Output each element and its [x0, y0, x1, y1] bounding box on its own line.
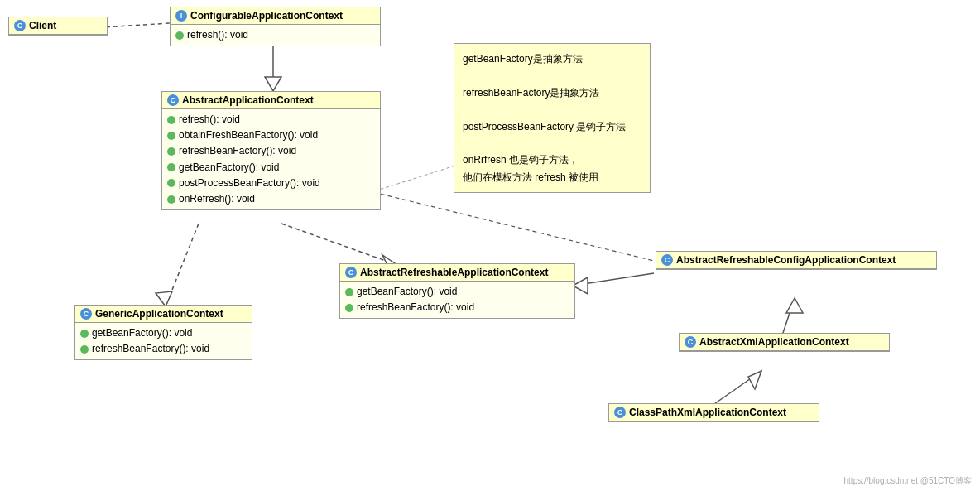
abstract-refreshable-class: C AbstractRefreshableApplicationContext … [339, 263, 575, 319]
dot9 [80, 330, 89, 338]
generic-context-header: C GenericApplicationContext [75, 306, 252, 323]
method-refresh-bean3: refreshBeanFactory(): void [80, 341, 247, 357]
configurable-context-body: refresh(): void [171, 25, 380, 46]
svg-line-8 [573, 273, 654, 286]
svg-marker-3 [265, 77, 281, 91]
svg-line-4 [281, 224, 397, 265]
abstract-app-context-class: C AbstractApplicationContext refresh(): … [161, 91, 381, 210]
method-refresh-bean: refreshBeanFactory(): void [167, 143, 375, 159]
svg-marker-11 [786, 298, 803, 313]
client-header: C Client [9, 17, 107, 35]
method-post-process: postProcessBeanFactory(): void [167, 176, 375, 191]
abstract-xml-name: AbstractXmlApplicationContext [699, 336, 849, 348]
abstract-refreshable-config-class: C AbstractRefreshableConfigApplicationCo… [656, 251, 937, 270]
method-obtain: obtainFreshBeanFactory(): void [167, 128, 375, 143]
svg-line-6 [166, 224, 199, 306]
svg-line-10 [782, 298, 795, 335]
dot8 [345, 304, 353, 312]
configurable-context-name: ConfigurableApplicationContext [190, 10, 343, 22]
abstract-xml-icon: C [685, 336, 696, 348]
client-class: C Client [8, 17, 108, 36]
method-get-bean3: getBeanFactory(): void [80, 325, 247, 341]
generic-context-class: C GenericApplicationContext getBeanFacto… [74, 305, 252, 360]
generic-context-name: GenericApplicationContext [95, 308, 223, 320]
abstract-refreshable-config-icon: C [661, 254, 673, 266]
client-name: Client [29, 20, 56, 31]
method-refresh: refresh(): void [175, 27, 375, 43]
abstract-app-context-body: refresh(): void obtainFreshBeanFactory()… [162, 109, 380, 209]
classpath-xml-class: C ClassPathXmlApplicationContext [608, 403, 819, 422]
method-refresh2: refresh(): void [167, 112, 375, 128]
generic-context-icon: C [80, 308, 92, 320]
abstract-refreshable-icon: C [345, 267, 357, 278]
svg-line-15 [377, 166, 455, 190]
method-dot [175, 31, 184, 40]
abstract-refreshable-body: getBeanFactory(): void refreshBeanFactor… [340, 282, 574, 318]
watermark: https://blog.csdn.net @51CTO博客 [844, 475, 972, 487]
classpath-xml-icon: C [614, 407, 626, 418]
note-line3: postProcessBeanFactory 是钩子方法 [463, 118, 641, 135]
dot10 [80, 345, 89, 354]
dot1 [167, 116, 175, 124]
abstract-app-context-icon: C [167, 94, 179, 106]
method-refresh-bean2: refreshBeanFactory(): void [345, 300, 569, 315]
abstract-app-context-name: AbstractApplicationContext [182, 94, 314, 106]
configurable-context-class: I ConfigurableApplicationContext refresh… [170, 7, 381, 46]
classpath-xml-header: C ClassPathXmlApplicationContext [609, 404, 819, 421]
dot7 [345, 288, 353, 296]
abstract-refreshable-config-name: AbstractRefreshableConfigApplicationCont… [676, 254, 896, 266]
configurable-context-icon: I [175, 10, 187, 22]
abstract-refreshable-name: AbstractRefreshableApplicationContext [360, 267, 548, 278]
abstract-xml-class: C AbstractXmlApplicationContext [679, 333, 890, 352]
note-line2: refreshBeanFactory是抽象方法 [463, 84, 641, 101]
svg-line-12 [712, 371, 761, 406]
abstract-app-context-header: C AbstractApplicationContext [162, 92, 380, 109]
abstract-refreshable-header: C AbstractRefreshableApplicationContext [340, 264, 574, 282]
note-line4: onRrfresh 也是钩子方法，他们在模板方法 refresh 被使用 [463, 152, 641, 185]
note-line1: getBeanFactory是抽象方法 [463, 51, 641, 67]
uml-diagram: C Client I ConfigurableApplicationContex… [0, 0, 980, 491]
method-get-bean: getBeanFactory(): void [167, 160, 375, 176]
abstract-refreshable-config-header: C AbstractRefreshableConfigApplicationCo… [656, 252, 936, 269]
generic-context-body: getBeanFactory(): void refreshBeanFactor… [75, 323, 252, 359]
dot3 [167, 147, 175, 156]
dot4 [167, 163, 175, 171]
dot6 [167, 195, 175, 204]
dot5 [167, 179, 175, 187]
configurable-context-header: I ConfigurableApplicationContext [171, 7, 380, 25]
method-on-refresh: onRefresh(): void [167, 191, 375, 207]
method-get-bean2: getBeanFactory(): void [345, 284, 569, 300]
abstract-xml-header: C AbstractXmlApplicationContext [680, 334, 889, 351]
svg-marker-13 [748, 371, 761, 389]
note-box: getBeanFactory是抽象方法 refreshBeanFactory是抽… [454, 43, 651, 193]
client-icon: C [14, 20, 26, 31]
dot2 [167, 132, 175, 140]
classpath-xml-name: ClassPathXmlApplicationContext [629, 407, 786, 418]
